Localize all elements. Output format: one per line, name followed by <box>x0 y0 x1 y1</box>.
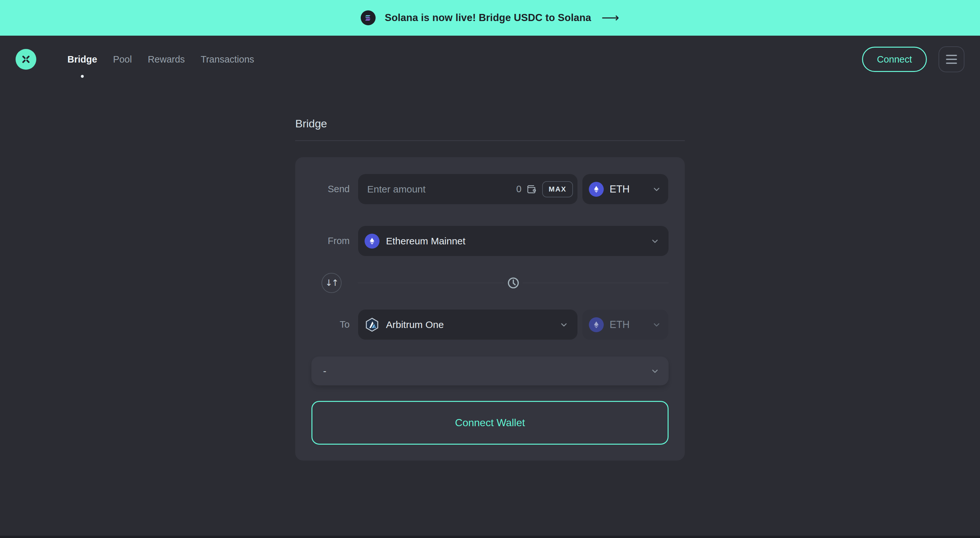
bridge-card: Send 0 MAX <box>295 157 685 460</box>
ethereum-network-icon <box>364 234 380 248</box>
swap-divider-row: ↓↑ <box>312 268 668 298</box>
amount-input[interactable] <box>367 184 516 195</box>
details-value: - <box>323 366 651 377</box>
max-button[interactable]: MAX <box>542 181 573 197</box>
to-label: To <box>312 319 350 330</box>
navbar: Bridge Pool Rewards Transactions Connect <box>0 36 980 83</box>
to-row: To Arbitrum One <box>312 309 668 340</box>
wallet-icon <box>526 184 537 195</box>
chevron-down-icon <box>652 320 661 329</box>
nav-item-label: Transactions <box>200 54 254 65</box>
route-line <box>358 283 668 283</box>
receive-token-select: ETH <box>582 309 668 340</box>
ethereum-token-icon <box>589 182 604 197</box>
details-dropdown[interactable]: - <box>312 357 668 385</box>
chevron-down-icon <box>559 320 568 329</box>
chevron-down-icon <box>652 185 661 194</box>
send-row: Send 0 MAX <box>312 174 668 204</box>
wallet-balance: 0 <box>516 184 522 194</box>
send-token-select[interactable]: ETH <box>582 174 668 204</box>
announcement-banner[interactable]: Solana is now live! Bridge USDC to Solan… <box>0 0 980 36</box>
clock-icon <box>506 276 520 290</box>
nav-item-rewards[interactable]: Rewards <box>148 54 185 65</box>
hamburger-menu-button[interactable] <box>939 46 964 72</box>
main-content: Bridge Send 0 MAX <box>295 117 685 460</box>
send-token-label: ETH <box>609 183 646 195</box>
arbitrum-network-icon <box>364 317 380 332</box>
from-network-select[interactable]: Ethereum Mainnet <box>358 226 668 256</box>
nav-item-pool[interactable]: Pool <box>113 54 132 65</box>
chevron-down-icon <box>651 366 660 376</box>
app-logo[interactable] <box>16 49 36 70</box>
window-bottom-edge <box>0 536 980 538</box>
page-title: Bridge <box>295 117 685 130</box>
swap-arrows-icon: ↓↑ <box>325 279 338 287</box>
nav-item-label: Bridge <box>67 54 97 65</box>
solana-icon <box>361 10 375 25</box>
nav-item-label: Rewards <box>148 54 185 65</box>
to-network-select[interactable]: Arbitrum One <box>358 309 578 340</box>
arrow-right-icon: ⟶ <box>601 11 619 24</box>
nav-item-transactions[interactable]: Transactions <box>200 54 254 65</box>
hamburger-icon <box>946 55 957 56</box>
receive-token-label: ETH <box>609 319 646 331</box>
nav-links: Bridge Pool Rewards Transactions <box>67 54 254 65</box>
amount-input-box: 0 MAX <box>358 174 578 204</box>
transfer-time-indicator <box>504 275 523 290</box>
from-row: From Ethereum Mainnet <box>312 226 668 256</box>
connect-button[interactable]: Connect <box>862 47 927 72</box>
title-divider <box>295 140 685 141</box>
swap-direction-button[interactable]: ↓↑ <box>321 273 342 293</box>
chevron-down-icon <box>651 237 660 246</box>
send-label: Send <box>312 184 350 194</box>
nav-item-bridge[interactable]: Bridge <box>67 54 97 65</box>
active-nav-dot <box>81 75 84 78</box>
navbar-right: Connect <box>862 46 964 72</box>
banner-text: Solana is now live! Bridge USDC to Solan… <box>385 12 591 24</box>
to-network-label: Arbitrum One <box>386 319 553 330</box>
from-network-label: Ethereum Mainnet <box>386 236 644 247</box>
connect-wallet-button[interactable]: Connect Wallet <box>312 401 668 445</box>
from-label: From <box>312 236 350 246</box>
ethereum-token-icon-disabled <box>589 317 604 332</box>
nav-item-label: Pool <box>113 54 132 65</box>
